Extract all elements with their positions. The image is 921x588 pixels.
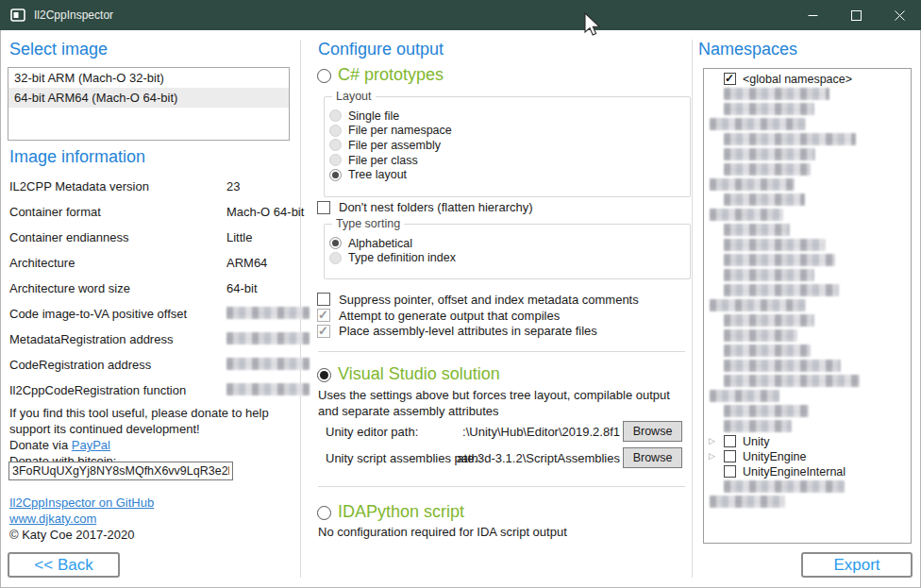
csharp-prototypes-label[interactable]: C# prototypes xyxy=(338,64,444,85)
radio-unselected[interactable] xyxy=(329,139,342,151)
namespace-row[interactable]: ▷UnityEngine xyxy=(704,449,911,464)
checkbox[interactable] xyxy=(317,309,330,322)
layout-options: Single fileFile per namespaceFile per as… xyxy=(329,109,685,182)
expander-icon[interactable]: ▷ xyxy=(709,436,715,445)
app-window: Il2CppInspector Select image 32-bit ARM … xyxy=(0,0,921,588)
idapython-radio[interactable] xyxy=(317,506,331,520)
info-row: Architecture word size64-bit xyxy=(9,276,293,301)
namespace-row-redacted xyxy=(704,298,911,313)
checkbox-label: Suppress pointer, offset and index metad… xyxy=(339,293,639,307)
info-row: Container formatMach-O 64-bit xyxy=(9,199,293,225)
radio-option[interactable]: Alphabetical xyxy=(329,236,685,251)
radio-option[interactable]: Type definition index xyxy=(329,251,685,266)
namespace-row[interactable]: UnityEngineInternal xyxy=(704,464,911,479)
namespace-row-redacted xyxy=(704,268,911,283)
info-row: ArchitectureARM64 xyxy=(9,250,293,276)
namespace-checkbox[interactable] xyxy=(724,73,736,85)
radio-unselected[interactable] xyxy=(329,125,342,137)
redacted-content xyxy=(724,269,814,281)
csharp-prototypes-radio[interactable] xyxy=(317,69,331,83)
info-row-value-redacted xyxy=(226,307,310,319)
idapython-label[interactable]: IDAPython script xyxy=(338,501,464,522)
namespace-checkbox[interactable] xyxy=(724,435,736,447)
checkbox-option[interactable]: Suppress pointer, offset and index metad… xyxy=(317,292,639,308)
info-row-label: Code image-to-VA positive offset xyxy=(9,307,187,321)
export-button[interactable]: Export xyxy=(801,552,913,578)
radio-option[interactable]: File per namespace xyxy=(329,124,685,139)
namespace-list[interactable]: <global namespace>▷Unity▷UnityEngineUnit… xyxy=(703,68,912,544)
checkbox[interactable] xyxy=(317,325,330,338)
namespace-label: UnityEngineInternal xyxy=(743,465,846,479)
redacted-content xyxy=(724,405,809,417)
layout-group-title: Layout xyxy=(332,90,376,103)
checkbox[interactable] xyxy=(317,293,330,306)
radio-selected[interactable] xyxy=(329,169,342,181)
info-row-value: 64-bit xyxy=(226,281,258,295)
redacted-content xyxy=(724,163,811,176)
info-row: Il2CppCodeRegistration function xyxy=(9,378,293,403)
namespace-checkbox[interactable] xyxy=(724,465,736,478)
back-button[interactable]: << Back xyxy=(8,552,120,578)
close-button[interactable] xyxy=(878,0,921,30)
info-row: Code image-to-VA positive offset xyxy=(9,301,293,327)
visual-studio-label[interactable]: Visual Studio solution xyxy=(338,363,500,384)
radio-unselected[interactable] xyxy=(329,109,342,122)
radio-option-label: File per class xyxy=(348,154,418,167)
namespace-row[interactable]: ▷Unity xyxy=(704,434,911,449)
radio-unselected[interactable] xyxy=(329,154,342,166)
bitcoin-address-field[interactable] xyxy=(8,462,233,480)
expander-icon[interactable]: ▷ xyxy=(709,451,715,461)
info-row: MetadataRegistration address xyxy=(9,327,293,352)
configure-output-heading: Configure output xyxy=(318,39,444,59)
redacted-content xyxy=(724,224,790,236)
checkbox-option[interactable]: Place assembly-level attributes in separ… xyxy=(317,324,639,340)
donate-via-text: Donate via xyxy=(9,438,68,452)
option-checkboxes: Suppress pointer, offset and index metad… xyxy=(317,292,639,339)
namespace-checkbox[interactable] xyxy=(724,450,736,462)
radio-option[interactable]: File per class xyxy=(329,153,685,168)
maximize-button[interactable] xyxy=(834,0,878,30)
visual-studio-radio[interactable] xyxy=(317,368,331,382)
checkbox-option[interactable]: Attempt to generate output that compiles xyxy=(317,308,639,324)
namespace-row-redacted xyxy=(704,374,911,389)
unity-editor-browse-button[interactable]: Browse xyxy=(623,421,682,442)
radio-option[interactable]: Single file xyxy=(329,109,685,124)
radio-option[interactable]: Tree layout xyxy=(329,167,685,182)
unity-editor-path-value[interactable]: :\Unity\Hub\Editor\2019.2.8f1 xyxy=(444,425,620,439)
type-sorting-groupbox: Type sorting AlphabeticalType definition… xyxy=(324,224,691,279)
visual-studio-description: Uses the settings above but forces tree … xyxy=(318,388,694,419)
namespace-row-redacted xyxy=(704,147,911,162)
flatten-checkbox[interactable] xyxy=(317,201,330,214)
unity-script-path-value[interactable]: ate.3d-3.1.2\ScriptAssemblies xyxy=(444,451,620,465)
github-link[interactable]: Il2CppInspector on GitHub xyxy=(9,496,154,510)
info-row-label: MetadataRegistration address xyxy=(9,332,173,346)
window-controls xyxy=(791,0,921,30)
website-link[interactable]: www.djkaty.com xyxy=(9,512,96,526)
image-list-item[interactable]: 64-bit ARM64 (Mach-O 64-bit) xyxy=(8,88,289,108)
type-sorting-group-title: Type sorting xyxy=(332,217,404,230)
namespaces-heading: Namespaces xyxy=(698,39,797,59)
info-row: IL2CPP Metadata version23 xyxy=(9,174,293,199)
info-row: Container endiannessLittle xyxy=(9,225,293,250)
divider-right xyxy=(692,40,693,578)
flatten-checkbox-label: Don't nest folders (flatten hierarchy) xyxy=(339,200,533,214)
info-row: CodeRegistration address xyxy=(9,352,293,378)
flatten-checkbox-row[interactable]: Don't nest folders (flatten hierarchy) xyxy=(317,200,533,214)
minimize-icon xyxy=(808,10,818,21)
namespace-row[interactable]: <global namespace> xyxy=(704,72,911,87)
radio-unselected[interactable] xyxy=(329,252,342,264)
redacted-content xyxy=(724,375,860,387)
type-sorting-options: AlphabeticalType definition index xyxy=(329,236,685,265)
info-row-value-redacted xyxy=(226,332,310,344)
titlebar: Il2CppInspector xyxy=(0,0,921,30)
radio-option[interactable]: File per assembly xyxy=(329,138,685,153)
image-list-item[interactable]: 32-bit ARM (Mach-O 32-bit) xyxy=(8,68,289,88)
minimize-button[interactable] xyxy=(791,0,834,30)
info-row-label: IL2CPP Metadata version xyxy=(9,179,149,193)
unity-script-browse-button[interactable]: Browse xyxy=(623,447,682,468)
namespace-label: UnityEngine xyxy=(743,450,806,463)
radio-selected[interactable] xyxy=(329,237,342,249)
radio-option-label: File per assembly xyxy=(348,139,441,152)
paypal-link[interactable]: PayPal xyxy=(72,438,110,452)
image-list[interactable]: 32-bit ARM (Mach-O 32-bit)64-bit ARM64 (… xyxy=(8,67,290,141)
